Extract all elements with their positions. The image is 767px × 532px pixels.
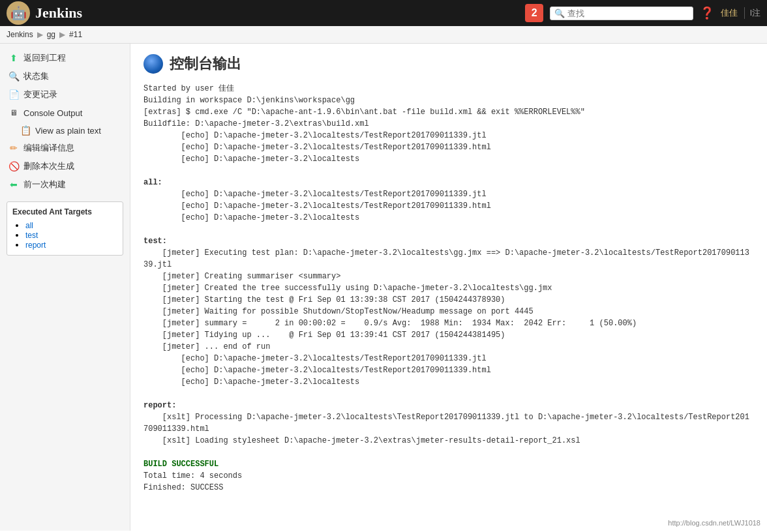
app-title: Jenkins bbox=[35, 5, 82, 22]
breadcrumb-jenkins[interactable]: Jenkins bbox=[7, 30, 33, 39]
arrow-up-icon: ⬆ bbox=[8, 52, 20, 64]
ant-target-link[interactable]: report bbox=[25, 241, 46, 250]
prev-icon: ⬅ bbox=[8, 179, 20, 190]
sidebar: ⬆ 返回到工程 🔍 状态集 📄 变更记录 🖥 Console Output 📋 … bbox=[0, 44, 130, 531]
search-icon: 🔍 bbox=[554, 8, 565, 18]
breadcrumb-build: #11 bbox=[69, 30, 82, 39]
status-icon: 🔍 bbox=[8, 70, 20, 82]
sidebar-item-plain-text[interactable]: 📋 View as plain text bbox=[0, 122, 130, 139]
jenkins-logo: 🤖 bbox=[7, 1, 30, 25]
console-output: Started by user 佳佳 Building in workspace… bbox=[143, 83, 754, 494]
sidebar-item-status[interactable]: 🔍 状态集 bbox=[0, 67, 130, 85]
sidebar-item-console[interactable]: 🖥 Console Output bbox=[0, 104, 130, 122]
breadcrumb-sep1: ▶ bbox=[37, 30, 43, 39]
user-name[interactable]: 佳佳 bbox=[721, 7, 738, 19]
breadcrumb: Jenkins ▶ gg ▶ #11 bbox=[0, 26, 767, 44]
breadcrumb-gg[interactable]: gg bbox=[47, 30, 55, 39]
page-header: 控制台输出 bbox=[143, 54, 754, 74]
ant-targets-box: Executed Ant Targets alltestreport bbox=[7, 201, 123, 256]
page-title: 控制台输出 bbox=[170, 54, 241, 74]
help-icon[interactable]: ❓ bbox=[700, 6, 714, 20]
edit-icon: ✏ bbox=[8, 142, 20, 154]
app-header: 🤖 Jenkins 2 🔍 ❓ 佳佳 l注 bbox=[0, 0, 767, 26]
sidebar-item-delete[interactable]: 🚫 删除本次生成 bbox=[0, 157, 130, 175]
search-input[interactable] bbox=[567, 8, 685, 18]
search-box: 🔍 bbox=[550, 7, 693, 20]
sidebar-item-prev-build[interactable]: ⬅ 前一次构建 bbox=[0, 175, 130, 194]
content-area: 控制台输出 Started by user 佳佳 Building in wor… bbox=[130, 44, 767, 531]
sidebar-item-changes[interactable]: 📄 变更记录 bbox=[0, 85, 130, 104]
page-header-icon bbox=[143, 54, 163, 74]
logo-area: 🤖 Jenkins bbox=[7, 1, 519, 25]
changes-icon: 📄 bbox=[8, 89, 20, 100]
breadcrumb-sep2: ▶ bbox=[59, 30, 65, 39]
ant-targets-title: Executed Ant Targets bbox=[12, 207, 117, 216]
user-logout-button[interactable]: l注 bbox=[744, 7, 760, 19]
console-icon: 🖥 bbox=[8, 107, 20, 119]
notification-badge[interactable]: 2 bbox=[525, 4, 543, 22]
ant-target-link[interactable]: test bbox=[25, 231, 38, 240]
ant-target-link[interactable]: all bbox=[25, 221, 33, 230]
main-layout: ⬆ 返回到工程 🔍 状态集 📄 变更记录 🖥 Console Output 📋 … bbox=[0, 44, 767, 531]
delete-icon: 🚫 bbox=[8, 160, 20, 172]
sidebar-item-edit-compile[interactable]: ✏ 编辑编译信息 bbox=[0, 139, 130, 157]
watermark: http://blog.csdn.net/LWJ1018 bbox=[668, 519, 760, 527]
ant-targets-list: alltestreport bbox=[12, 220, 117, 250]
sidebar-item-back[interactable]: ⬆ 返回到工程 bbox=[0, 49, 130, 67]
plain-text-icon: 📋 bbox=[20, 125, 31, 136]
